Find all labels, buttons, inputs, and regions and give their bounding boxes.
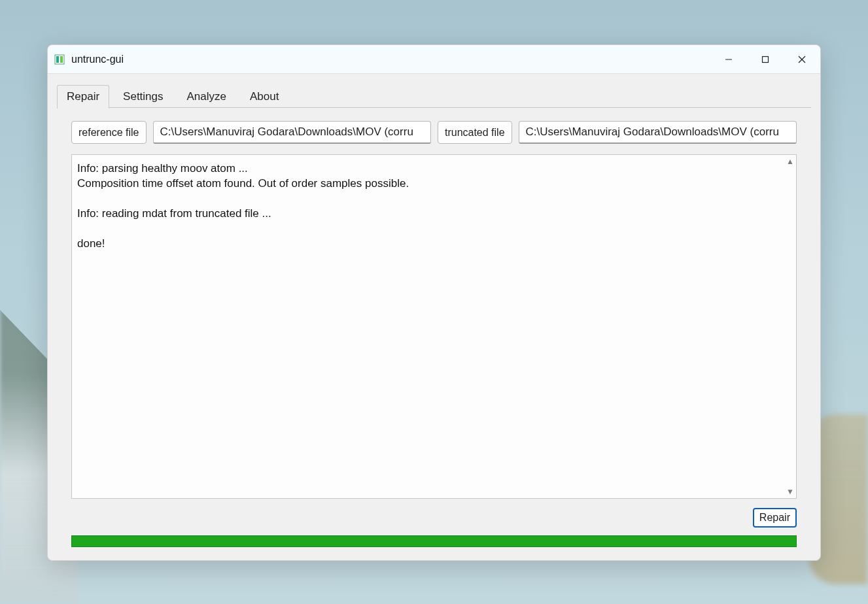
svg-rect-4 bbox=[763, 56, 769, 62]
scroll-up-icon[interactable]: ▲ bbox=[786, 158, 794, 165]
titlebar[interactable]: untrunc-gui bbox=[48, 45, 820, 74]
tab-about[interactable]: About bbox=[240, 85, 288, 109]
truncated-file-path[interactable] bbox=[519, 121, 797, 144]
progress-fill bbox=[72, 536, 796, 546]
minimize-button[interactable] bbox=[710, 45, 747, 74]
window-content: Repair Settings Analyze About reference … bbox=[48, 74, 820, 560]
window-title: untrunc-gui bbox=[71, 54, 124, 65]
svg-rect-2 bbox=[60, 56, 63, 63]
reference-file-button[interactable]: reference file bbox=[71, 121, 147, 144]
scroll-down-icon[interactable]: ▼ bbox=[786, 488, 794, 495]
file-selector-row: reference file truncated file bbox=[57, 108, 811, 150]
maximize-button[interactable] bbox=[747, 45, 784, 74]
progress-bar bbox=[71, 535, 797, 547]
log-scrollbar[interactable]: ▲ ▼ bbox=[784, 155, 796, 498]
close-button[interactable] bbox=[784, 45, 820, 74]
tab-settings[interactable]: Settings bbox=[113, 85, 173, 109]
app-window: untrunc-gui Repair Settings Analyze Abou… bbox=[47, 44, 821, 561]
log-output-area: Info: parsing healthy moov atom ... Comp… bbox=[71, 154, 797, 499]
tab-analyze[interactable]: Analyze bbox=[177, 85, 236, 109]
log-text[interactable]: Info: parsing healthy moov atom ... Comp… bbox=[72, 155, 784, 498]
action-row: Repair bbox=[57, 499, 811, 531]
truncated-file-button[interactable]: truncated file bbox=[438, 121, 512, 144]
reference-file-path[interactable] bbox=[153, 121, 431, 144]
svg-rect-1 bbox=[56, 56, 59, 63]
app-icon bbox=[54, 54, 65, 65]
repair-button[interactable]: Repair bbox=[753, 508, 797, 528]
tab-bar: Repair Settings Analyze About bbox=[57, 74, 811, 108]
tab-repair[interactable]: Repair bbox=[57, 85, 109, 109]
